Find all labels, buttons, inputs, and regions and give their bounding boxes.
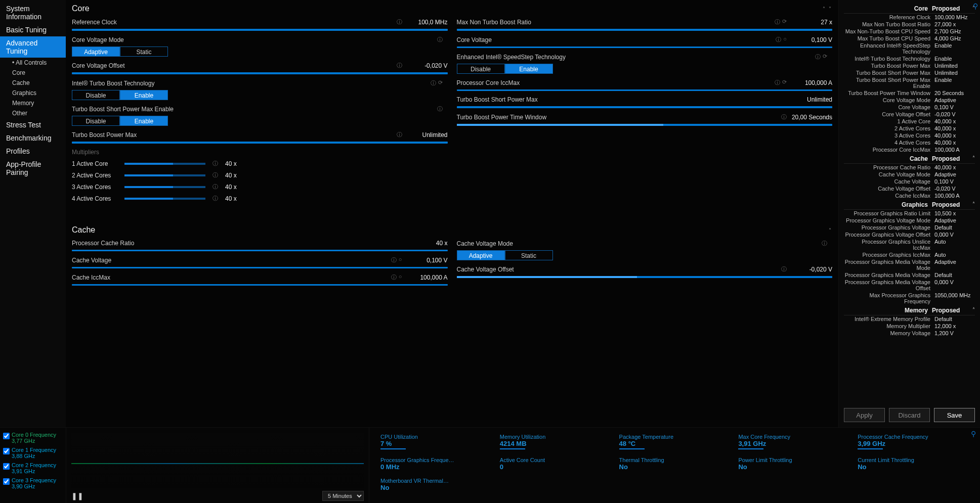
restart-icon[interactable]: ⟳ bbox=[438, 79, 443, 87]
info-icon[interactable]: ⓘ bbox=[781, 113, 787, 121]
nav-app-profile-pairing[interactable]: App-Profile Pairing bbox=[0, 158, 66, 179]
toggle-enable[interactable]: Enable bbox=[505, 64, 553, 74]
value-core-voltage[interactable]: 0,100 V bbox=[792, 36, 832, 43]
toggle-static[interactable]: Static bbox=[505, 250, 553, 260]
toggle-core-voltage-mode[interactable]: Adaptive Static bbox=[72, 47, 448, 57]
info-icon[interactable]: ⓘ bbox=[776, 36, 781, 43]
nav-stress-test[interactable]: Stress Test bbox=[0, 118, 66, 131]
info-icon[interactable]: ⓘ bbox=[437, 36, 443, 43]
warning-icon[interactable]: ○ bbox=[399, 273, 402, 281]
value-4-cores[interactable]: 40 x bbox=[225, 195, 250, 202]
nav-profiles[interactable]: Profiles bbox=[0, 145, 66, 158]
toggle-static[interactable]: Static bbox=[120, 47, 168, 57]
core0-checkbox[interactable]: Core 0 Frequency3,77 GHz bbox=[3, 432, 63, 444]
magnify-icon[interactable]: ⚲ bbox=[971, 430, 976, 438]
value-tbpm[interactable]: Unlimited bbox=[407, 131, 448, 139]
nav-all-controls[interactable]: All Controls bbox=[0, 58, 66, 68]
save-button[interactable]: Save bbox=[934, 408, 975, 422]
collapse-core-icon[interactable]: ˄ ˅ bbox=[823, 6, 832, 12]
apply-button[interactable]: Apply bbox=[844, 408, 885, 422]
value-tbspm[interactable]: Unlimited bbox=[792, 96, 832, 103]
slider-tbpm[interactable] bbox=[72, 142, 448, 144]
nav-other[interactable]: Other bbox=[0, 108, 66, 118]
info-icon[interactable]: ⓘ bbox=[437, 105, 443, 113]
toggle-disable[interactable]: Disable bbox=[72, 116, 120, 126]
info-icon[interactable]: ⓘ bbox=[397, 131, 402, 139]
slider-cache-ratio[interactable] bbox=[72, 250, 448, 251]
slider-cache-iccmax[interactable] bbox=[72, 284, 448, 286]
core2-checkbox[interactable]: Core 2 Frequency3,91 GHz bbox=[3, 462, 63, 474]
info-icon[interactable]: ⓘ bbox=[212, 183, 218, 191]
value-tbptw[interactable]: 20,00 Seconds bbox=[792, 114, 832, 121]
pause-button[interactable]: ❚❚ bbox=[71, 492, 83, 500]
core1-checkbox[interactable]: Core 1 Frequency3,88 GHz bbox=[3, 447, 63, 459]
core3-checkbox[interactable]: Core 3 Frequency3,90 GHz bbox=[3, 477, 63, 489]
toggle-adaptive[interactable]: Adaptive bbox=[72, 47, 120, 57]
toggle-disable[interactable]: Disable bbox=[72, 90, 120, 100]
info-icon[interactable]: ⓘ bbox=[815, 53, 821, 61]
time-range-select[interactable]: 5 Minutes bbox=[322, 491, 364, 501]
nav-system-information[interactable]: System Information bbox=[0, 2, 66, 23]
discard-button[interactable]: Discard bbox=[889, 408, 930, 422]
info-icon[interactable]: ⓘ bbox=[775, 79, 780, 86]
info-icon[interactable]: ⓘ bbox=[397, 18, 402, 26]
nav-graphics[interactable]: Graphics bbox=[0, 88, 66, 98]
warning-icon[interactable]: ○ bbox=[399, 256, 402, 264]
info-icon[interactable]: ⓘ bbox=[391, 256, 397, 264]
toggle-cache-voltage-mode[interactable]: Adaptive Static bbox=[457, 250, 833, 260]
slider-core-voltage-offset[interactable] bbox=[72, 72, 448, 74]
toggle-tbspme[interactable]: Disable Enable bbox=[72, 116, 448, 126]
value-max-non-turbo-ratio[interactable]: 27 x bbox=[792, 19, 832, 26]
restart-icon[interactable]: ⟳ bbox=[823, 53, 827, 61]
warning-icon[interactable]: ○ bbox=[783, 36, 787, 43]
value-cache-voltage[interactable]: 0,100 V bbox=[407, 257, 448, 264]
info-icon[interactable]: ⓘ bbox=[775, 18, 780, 26]
info-icon[interactable]: ⓘ bbox=[391, 273, 397, 281]
value-1-core[interactable]: 40 x bbox=[225, 160, 250, 167]
restart-icon[interactable]: ⟳ bbox=[782, 18, 787, 26]
value-3-cores[interactable]: 40 x bbox=[225, 184, 250, 191]
slider-tbptw[interactable] bbox=[457, 124, 833, 126]
slider-core-voltage[interactable] bbox=[457, 47, 833, 48]
slider-cache-voltage[interactable] bbox=[72, 267, 448, 268]
toggle-enable[interactable]: Enable bbox=[120, 90, 168, 100]
nav-cache[interactable]: Cache bbox=[0, 78, 66, 88]
slider-2-cores[interactable] bbox=[124, 174, 205, 176]
nav-memory[interactable]: Memory bbox=[0, 98, 66, 108]
slider-reference-clock[interactable] bbox=[72, 29, 448, 31]
toggle-enable[interactable]: Enable bbox=[120, 116, 168, 126]
value-iccmax[interactable]: 100,000 A bbox=[792, 79, 832, 86]
slider-cache-voltage-offset[interactable] bbox=[457, 276, 833, 278]
magnify-icon[interactable]: ⚲ bbox=[973, 2, 978, 10]
value-core-voltage-offset[interactable]: -0,020 V bbox=[407, 62, 448, 69]
value-cache-voltage-offset[interactable]: -0,020 V bbox=[792, 266, 832, 273]
value-cache-iccmax[interactable]: 100,000 A bbox=[407, 274, 448, 281]
toggle-eist[interactable]: Disable Enable bbox=[457, 64, 833, 74]
value-cache-ratio[interactable]: 40 x bbox=[407, 240, 448, 247]
slider-tbspm[interactable] bbox=[457, 106, 833, 108]
info-icon[interactable]: ⓘ bbox=[212, 171, 218, 179]
nav-advanced-tuning[interactable]: Advanced Tuning bbox=[0, 36, 66, 58]
info-icon[interactable]: ⓘ bbox=[781, 265, 787, 273]
nav-basic-tuning[interactable]: Basic Tuning bbox=[0, 23, 66, 36]
info-icon[interactable]: ⓘ bbox=[822, 240, 827, 247]
info-icon[interactable]: ⓘ bbox=[212, 195, 218, 202]
slider-iccmax[interactable] bbox=[457, 89, 833, 91]
toggle-disable[interactable]: Disable bbox=[457, 64, 505, 74]
collapse-cache-icon[interactable]: ˄ bbox=[829, 227, 832, 233]
nav-benchmarking[interactable]: Benchmarking bbox=[0, 131, 66, 145]
slider-max-non-turbo[interactable] bbox=[457, 29, 833, 31]
toggle-turbo-boost[interactable]: Disable Enable bbox=[72, 90, 448, 100]
value-reference-clock[interactable]: 100,0 MHz bbox=[407, 19, 448, 26]
info-icon[interactable]: ⓘ bbox=[212, 160, 218, 167]
slider-1-core[interactable] bbox=[124, 163, 205, 165]
info-icon[interactable]: ⓘ bbox=[431, 79, 436, 87]
stat-max-core-freq: Max Core Frequency3,91 GHz bbox=[734, 433, 854, 456]
restart-icon[interactable]: ⟳ bbox=[782, 79, 787, 86]
value-2-cores[interactable]: 40 x bbox=[225, 172, 250, 179]
toggle-adaptive[interactable]: Adaptive bbox=[457, 250, 505, 260]
nav-core[interactable]: Core bbox=[0, 68, 66, 78]
slider-4-cores[interactable] bbox=[124, 198, 205, 200]
info-icon[interactable]: ⓘ bbox=[397, 62, 402, 69]
slider-3-cores[interactable] bbox=[124, 186, 205, 188]
